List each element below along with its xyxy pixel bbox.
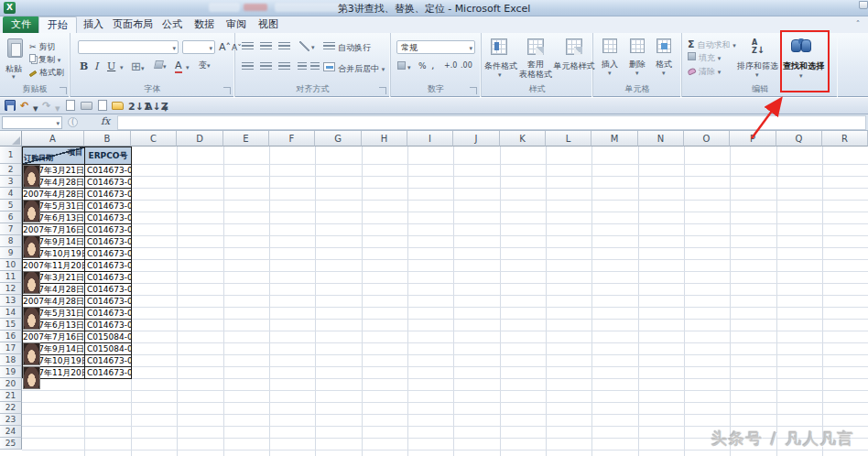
increase-decimal-button[interactable]: +.0 [444,61,457,70]
cell-B6[interactable]: C014673-008 [85,212,132,224]
name-box[interactable]: ▾ [2,116,62,129]
sort-filter-icon[interactable]: AZ↓ [752,39,765,55]
row-header-23[interactable]: 23 [0,414,22,426]
tab-data[interactable]: 数据 [186,16,222,33]
fill-button[interactable]: 填充 ▾ [688,52,721,64]
merge-center-button[interactable]: 合并后居中 ▾ [323,62,385,75]
cell-styles-button[interactable]: 单元格样式 [553,60,595,72]
align-left-icon[interactable] [242,62,254,71]
align-middle-icon[interactable] [260,42,272,50]
photo-thumbnail[interactable] [23,235,40,258]
format-as-table-icon[interactable] [527,38,544,55]
tab-home[interactable]: 开始 [38,16,77,33]
row-header-25[interactable]: 25 [0,438,22,450]
column-header-E[interactable]: E [223,131,269,147]
currency-icon[interactable] [397,61,406,70]
new-document-icon[interactable] [98,100,107,111]
number-dialog-launcher[interactable] [470,87,477,94]
column-header-Q[interactable]: Q [776,131,822,147]
comma-style-button[interactable]: , [431,60,435,71]
formula-input[interactable] [117,115,866,130]
row-header-16[interactable]: 16 [0,331,22,342]
row-header-7[interactable]: 7 [0,223,22,235]
grow-font-button[interactable]: A˄ [219,41,231,53]
print-icon[interactable] [81,102,92,110]
fill-color-button[interactable]: ▾ [155,60,167,71]
cell-B8[interactable]: C014673-010 [85,236,132,248]
photo-thumbnail[interactable] [23,307,40,330]
clipboard-dialog-launcher[interactable] [60,87,67,94]
delete-cells-dropdown[interactable]: ▾ [635,70,639,77]
column-header-C[interactable]: C [131,131,177,147]
font-size-combo[interactable]: ▾ [182,40,215,54]
align-top-icon[interactable] [242,42,254,50]
cell-B9[interactable]: C014673-011 [85,248,132,260]
cell-B18[interactable]: C014673-001 [85,355,132,367]
open-folder-icon[interactable] [112,102,124,110]
format-cells-dropdown[interactable]: ▾ [662,70,666,77]
orientation-icon[interactable] [299,41,309,51]
alignment-dialog-launcher[interactable] [379,87,386,94]
photo-thumbnail[interactable] [23,200,40,223]
delete-cells-icon[interactable] [630,38,645,53]
column-header-G[interactable]: G [315,131,362,147]
column-header-R[interactable]: R [822,131,868,147]
font-color-dropdown[interactable]: ▾ [186,64,190,71]
cell-B14[interactable]: C014673-016 [85,308,132,320]
column-header-P[interactable]: P [730,131,776,147]
row-header-11[interactable]: 11 [0,271,22,283]
cell-B16[interactable]: C015084-001 [85,331,132,343]
borders-button[interactable]: ⊞▾ [131,60,144,73]
undo-dropdown[interactable]: ▾ [33,103,38,114]
column-header-A[interactable]: A [22,131,84,147]
tab-review[interactable]: 审阅 [218,16,255,33]
row-header-2[interactable]: 2 [0,164,22,176]
cut-button[interactable]: ✂ 剪切 [29,41,55,53]
align-bottom-icon[interactable] [278,42,290,50]
tab-file[interactable]: 文件 [3,16,39,33]
underline-button[interactable]: U [107,60,115,72]
conditional-formatting-icon[interactable] [491,38,507,55]
cell-B3[interactable]: C014673-005 [85,177,132,189]
wrap-text-button[interactable]: 自动换行 [323,42,371,54]
undo-icon[interactable]: ↶ [20,100,28,112]
row-header-19[interactable]: 19 [0,366,22,378]
photo-thumbnail[interactable] [23,165,40,188]
percent-style-button[interactable]: % [418,61,427,71]
insert-cells-icon[interactable] [602,38,617,53]
number-format-combo[interactable]: 常规▾ [396,40,475,54]
font-name-combo[interactable]: ▾ [78,40,179,54]
column-header-D[interactable]: D [177,131,223,147]
insert-cells-dropdown[interactable]: ▾ [608,70,612,77]
sort-filter-dropdown[interactable]: ▾ [755,71,759,79]
column-header-B[interactable]: B [84,131,131,147]
column-header-H[interactable]: H [362,131,407,147]
row-header-15[interactable]: 15 [0,319,22,331]
cell-B19[interactable]: C014673-002 [85,367,132,379]
column-header-F[interactable]: F [269,131,315,147]
row-header-8[interactable]: 8 [0,235,22,247]
row-header-22[interactable]: 22 [0,402,22,414]
font-color-button[interactable]: A [175,60,182,73]
italic-button[interactable]: I [94,60,98,72]
cell-styles-icon[interactable] [566,38,582,55]
cell-B10[interactable]: C014673-012 [85,260,132,272]
photo-thumbnail[interactable] [23,342,40,365]
align-center-icon[interactable] [260,62,272,71]
row-header-24[interactable]: 24 [0,426,22,438]
orientation-dropdown[interactable]: ▾ [311,44,315,51]
increase-indent-icon[interactable] [310,62,320,71]
redo-icon[interactable]: ↷ [42,100,50,112]
row-header-13[interactable]: 13 [0,295,22,307]
cell-B4[interactable]: C014673-006 [85,189,132,201]
cell-B13[interactable]: C014673-015 [85,296,132,308]
copy-button[interactable]: 复制 ▾ [29,54,60,66]
format-painter-button[interactable]: 格式刷 [29,67,64,79]
row-header-4[interactable]: 4 [0,188,22,200]
clear-button[interactable]: 清除 ▾ [688,66,721,78]
paste-dropdown[interactable]: ▾ [12,73,16,81]
column-header-M[interactable]: M [591,131,638,147]
decrease-indent-icon[interactable] [298,62,307,71]
row-header-17[interactable]: 17 [0,342,22,354]
cell-B12[interactable]: C014673-014 [85,284,132,296]
